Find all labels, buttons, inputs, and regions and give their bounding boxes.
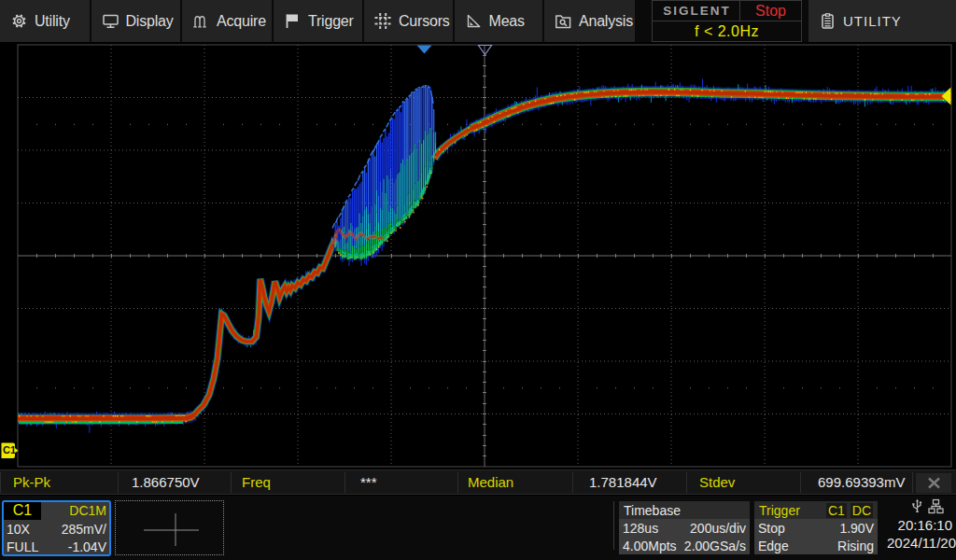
svg-text:C1: C1: [3, 444, 16, 455]
